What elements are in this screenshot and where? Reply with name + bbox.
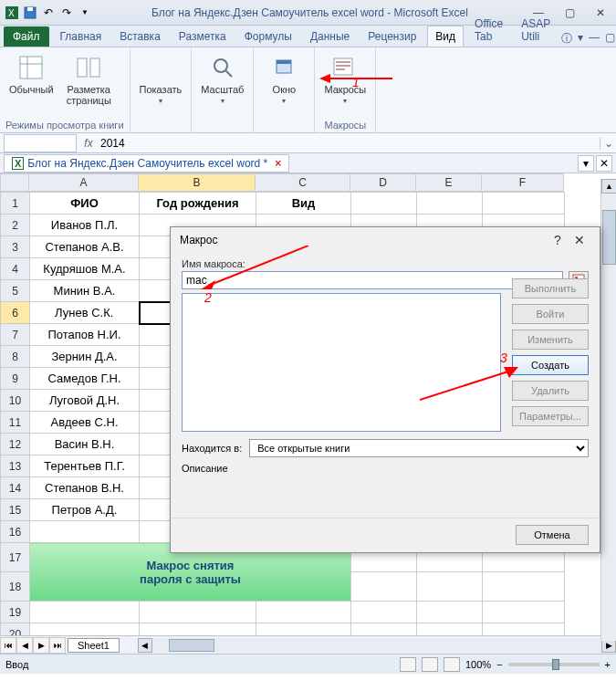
zoom-slider[interactable] — [508, 663, 600, 666]
col-header-F[interactable]: F — [482, 173, 564, 192]
fx-icon[interactable]: fx — [80, 137, 97, 150]
doc-tab-close-icon[interactable]: × — [275, 157, 281, 170]
dialog-help-icon[interactable]: ? — [547, 233, 569, 247]
tab-officetab[interactable]: Office Tab — [467, 14, 510, 47]
vertical-scrollbar[interactable]: ▲ — [600, 179, 616, 641]
run-button[interactable]: Выполнить — [512, 278, 589, 298]
doc-min-icon[interactable]: — — [589, 31, 600, 47]
doctab-close-icon[interactable]: ✕ — [596, 155, 612, 172]
sheet-tab[interactable]: Sheet1 — [68, 638, 120, 653]
quick-access-toolbar: X ↶ ↷ ▼ — [4, 5, 93, 21]
sheet-tab-row: ⏮ ◀ ▶ ⏭ Sheet1 ◀ ▶ — [0, 635, 616, 654]
annotation-number-3: 3 — [500, 351, 507, 365]
sheet-nav-prev-icon[interactable]: ◀ — [16, 637, 33, 654]
cell-B1[interactable]: Год рождения — [140, 193, 256, 215]
tab-insert[interactable]: Вставка — [112, 26, 168, 47]
svg-text:X: X — [8, 8, 15, 18]
sheet-nav-last-icon[interactable]: ⏭ — [49, 637, 66, 654]
ribbon-tabs: Файл Главная Вставка Разметка Формулы Да… — [0, 26, 616, 47]
params-button[interactable]: Параметры... — [512, 406, 589, 426]
doc-max-icon[interactable]: ▢ — [605, 31, 615, 47]
save-icon[interactable] — [22, 5, 38, 21]
col-header-E[interactable]: E — [416, 173, 482, 192]
view-pagelayout-button[interactable]: Разметка страницы — [63, 51, 115, 108]
group-view-label: Режимы просмотра книги — [5, 118, 124, 131]
tab-formulas[interactable]: Формулы — [237, 26, 299, 47]
tab-review[interactable]: Рецензир — [360, 26, 423, 47]
excel-icon: X — [4, 5, 20, 21]
tab-layout[interactable]: Разметка — [172, 26, 234, 47]
formula-expand-icon[interactable]: ⌄ — [600, 137, 616, 150]
macro-dialog: Макрос ? ✕ Имя макроса: Находится в: Все… — [170, 226, 600, 553]
redo-icon[interactable]: ↷ — [58, 5, 75, 21]
tab-view[interactable]: Вид — [427, 26, 464, 47]
edit-button[interactable]: Изменить — [512, 330, 589, 350]
svg-rect-4 — [20, 57, 42, 79]
sheet-nav-first-icon[interactable]: ⏮ — [0, 637, 16, 654]
location-select[interactable]: Все открытые книги — [249, 439, 589, 457]
col-header-C[interactable]: C — [256, 173, 350, 192]
document-tabs: X Блог на Яндекс.Дзен Самоучитель excel … — [0, 153, 616, 173]
svg-point-9 — [214, 59, 227, 72]
macros-button[interactable]: Макросы▾ — [320, 51, 370, 107]
scroll-left-icon[interactable]: ◀ — [138, 638, 152, 653]
column-headers: A B C D E F — [0, 173, 616, 192]
name-box[interactable] — [4, 134, 77, 152]
view-pagelayout-icon[interactable] — [422, 657, 438, 672]
document-tab[interactable]: X Блог на Яндекс.Дзен Самоучитель excel … — [4, 154, 289, 173]
excel-doc-icon: X — [12, 157, 24, 170]
zoom-out-icon[interactable]: − — [496, 659, 502, 670]
maximize-button[interactable]: ▢ — [558, 5, 581, 21]
svg-line-10 — [225, 70, 232, 77]
close-button[interactable]: ✕ — [589, 5, 612, 21]
sheet-nav-next-icon[interactable]: ▶ — [33, 637, 49, 654]
formula-value[interactable]: 2014 — [97, 137, 600, 150]
window-button[interactable]: Окно▾ — [259, 51, 308, 107]
file-tab[interactable]: Файл — [4, 26, 49, 47]
svg-rect-3 — [27, 7, 33, 11]
view-normal-icon[interactable] — [400, 657, 416, 672]
description-label: Описание — [182, 463, 589, 474]
scroll-up-icon[interactable]: ▲ — [601, 179, 616, 194]
zoom-button[interactable]: Масштаб▾ — [197, 51, 247, 107]
view-pagebreak-icon[interactable] — [444, 657, 460, 672]
view-normal-button[interactable]: Обычный — [5, 51, 57, 97]
undo-icon[interactable]: ↶ — [40, 5, 57, 21]
col-header-A[interactable]: A — [29, 173, 139, 192]
formula-bar: fx 2014 ⌄ — [0, 133, 616, 153]
step-button[interactable]: Войти — [512, 304, 589, 324]
select-all-corner[interactable] — [0, 173, 29, 192]
tab-asap[interactable]: ASAP Utili — [514, 14, 558, 47]
macro-list[interactable] — [182, 293, 501, 432]
doctab-dropdown-icon[interactable]: ▾ — [578, 155, 594, 172]
cell-A1[interactable]: ФИО — [30, 193, 140, 215]
show-button[interactable]: Показать▾ — [136, 51, 186, 107]
zoom-level[interactable]: 100% — [465, 659, 491, 670]
annotation-number-2: 2 — [204, 290, 212, 305]
annotation-number-1: 1 — [352, 75, 360, 89]
delete-button[interactable]: Удалить — [512, 381, 589, 401]
cancel-button[interactable]: Отмена — [516, 525, 589, 545]
qat-dropdown-icon[interactable]: ▼ — [77, 5, 93, 21]
col-header-B[interactable]: B — [139, 173, 256, 192]
cell-C1[interactable]: Вид — [256, 193, 351, 215]
normal-view-icon — [16, 53, 46, 82]
window-title: Блог на Яндекс.Дзен Самоучитель excel wo… — [93, 6, 527, 19]
tab-home[interactable]: Главная — [53, 26, 110, 47]
show-icon — [146, 53, 175, 82]
hscroll-thumb[interactable] — [169, 639, 214, 652]
horizontal-scrollbar[interactable]: ◀ ▶ — [138, 638, 616, 653]
scroll-thumb[interactable] — [602, 210, 616, 265]
svg-rect-16 — [336, 68, 345, 70]
tab-data[interactable]: Данные — [303, 26, 357, 47]
svg-rect-14 — [336, 61, 350, 63]
macro-name-input[interactable] — [182, 271, 563, 289]
dialog-close-icon[interactable]: ✕ — [569, 233, 590, 247]
zoom-in-icon[interactable]: + — [605, 659, 611, 670]
window-icon — [269, 53, 298, 82]
macro-name-label: Имя макроса: — [182, 258, 589, 269]
create-button[interactable]: Создать — [512, 355, 589, 375]
ribbon-min-icon[interactable]: ▾ — [578, 31, 583, 47]
help-icon[interactable]: ⓘ — [561, 31, 572, 47]
col-header-D[interactable]: D — [350, 173, 416, 192]
